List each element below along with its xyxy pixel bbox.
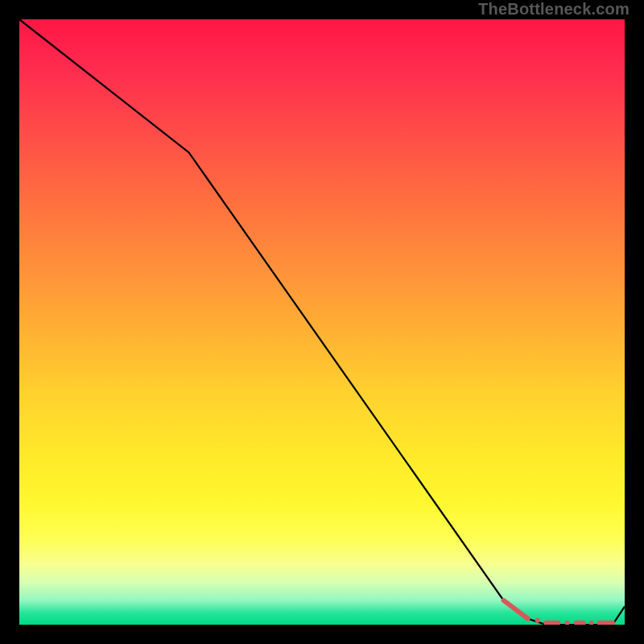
chart-svg (19, 19, 625, 625)
optimal-range-marks (504, 601, 613, 623)
plot-area (19, 19, 625, 625)
bottleneck-curve (19, 19, 625, 625)
attribution-text: TheBottleneck.com (478, 0, 630, 19)
optimal-range-dash (504, 601, 528, 619)
chart-container: TheBottleneck.com (0, 0, 644, 644)
